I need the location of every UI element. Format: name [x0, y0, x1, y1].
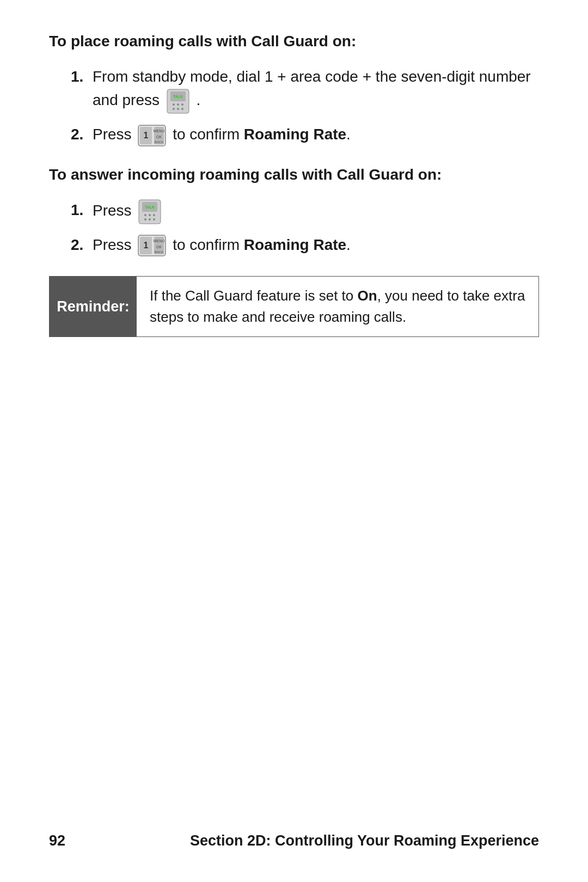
step-number: 1.: [71, 199, 86, 222]
svg-text:TALK: TALK: [145, 205, 155, 209]
reminder-text-prefix: If the Call Guard feature is set to: [150, 287, 353, 304]
svg-text:1: 1: [144, 241, 149, 250]
one-button-icon: 1 MENU OK BACK: [138, 125, 166, 146]
reminder-label: Reminder:: [50, 277, 137, 336]
svg-point-8: [181, 108, 183, 110]
step-number: 1.: [71, 65, 86, 88]
step2-place-roaming-rate: Roaming Rate: [244, 126, 346, 143]
svg-text:1: 1: [144, 131, 149, 140]
svg-point-21: [153, 214, 155, 216]
page-content: To place roaming calls with Call Guard o…: [0, 0, 588, 882]
svg-point-7: [177, 108, 179, 110]
list-item: 1. From standby mode, dial 1 + area code…: [71, 65, 539, 114]
svg-point-5: [181, 103, 183, 106]
svg-text:MENU: MENU: [154, 129, 165, 133]
step2-place-prefix: Press: [93, 126, 132, 143]
answer-roaming-steps: 1. Press TALK: [71, 199, 539, 257]
step2-place-content: Press 1 MENU OK BACK to confir: [93, 123, 539, 146]
svg-point-6: [173, 108, 175, 110]
svg-point-20: [149, 214, 151, 216]
step1-period: .: [197, 91, 201, 108]
svg-point-3: [173, 103, 175, 106]
talk-button-icon: TALK: [166, 88, 190, 114]
step2-answer-period: .: [346, 236, 351, 253]
step1-place-content: From standby mode, dial 1 + area code + …: [93, 65, 539, 114]
page-footer: 92 Section 2D: Controlling Your Roaming …: [49, 822, 539, 849]
reminder-text: If the Call Guard feature is set to On, …: [137, 277, 538, 336]
step2-answer-roaming-rate: Roaming Rate: [244, 236, 346, 253]
reminder-bold-on: On: [358, 287, 377, 304]
step-number: 2.: [71, 234, 86, 256]
footer-section-title: Section 2D: Controlling Your Roaming Exp…: [190, 832, 539, 849]
place-roaming-steps: 1. From standby mode, dial 1 + area code…: [71, 65, 539, 146]
step-number: 2.: [71, 123, 86, 146]
step2-answer-suffix: to confirm: [173, 236, 240, 253]
svg-text:OK: OK: [156, 245, 162, 249]
step1-place-text: From standby mode, dial 1 + area code + …: [93, 68, 531, 108]
step2-answer-content: Press 1 MENU OK BACK to confir: [93, 234, 539, 257]
svg-point-23: [149, 218, 151, 220]
list-item: 2. Press 1 MENU OK BACK: [71, 123, 539, 146]
svg-text:BACK: BACK: [155, 250, 163, 254]
step1-answer-content: Press TALK: [93, 199, 539, 225]
heading-place-roaming: To place roaming calls with Call Guard o…: [49, 33, 539, 50]
svg-text:MENU: MENU: [154, 239, 165, 243]
heading-answer-roaming: To answer incoming roaming calls with Ca…: [49, 166, 539, 183]
main-content: To place roaming calls with Call Guard o…: [49, 33, 539, 822]
step2-place-suffix: to confirm: [173, 126, 240, 143]
reminder-box: Reminder: If the Call Guard feature is s…: [49, 276, 539, 337]
svg-text:OK: OK: [156, 135, 162, 139]
svg-point-4: [177, 103, 179, 106]
page-number: 92: [49, 832, 65, 849]
step1-answer-prefix: Press: [93, 202, 132, 219]
svg-point-24: [153, 218, 155, 220]
svg-text:BACK: BACK: [155, 140, 163, 144]
list-item: 2. Press 1 MENU OK BACK: [71, 234, 539, 257]
talk-button-icon-2: TALK: [138, 199, 162, 225]
step2-place-period: .: [346, 126, 351, 143]
svg-point-22: [144, 218, 146, 220]
svg-text:TALK: TALK: [173, 95, 183, 99]
one-button-icon-2: 1 MENU OK BACK: [138, 235, 166, 256]
svg-point-19: [144, 214, 146, 216]
step2-answer-prefix: Press: [93, 236, 132, 253]
list-item: 1. Press TALK: [71, 199, 539, 225]
